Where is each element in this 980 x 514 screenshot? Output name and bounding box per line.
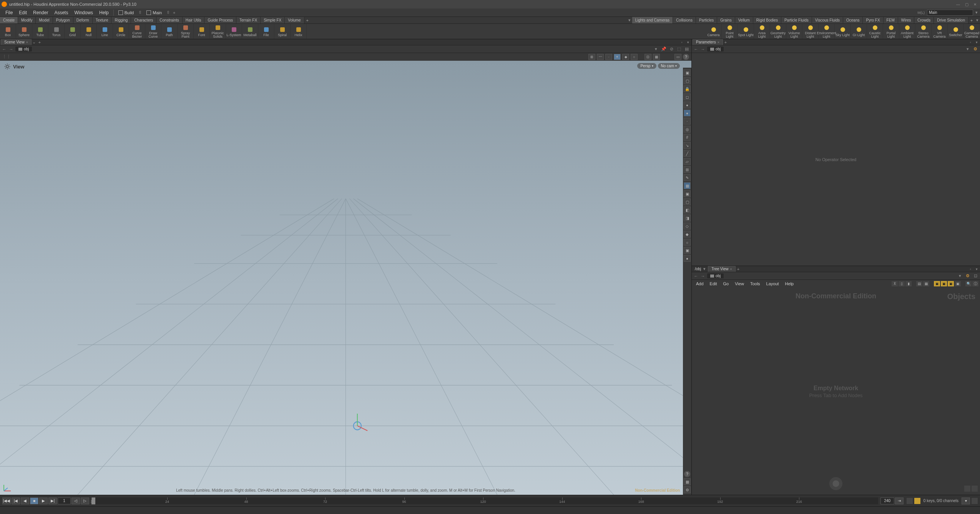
- grip-icon[interactable]: ⋮⋮: [2, 54, 8, 60]
- range-start-button[interactable]: ◁: [71, 497, 80, 504]
- view-layout-button[interactable]: ⊡: [644, 54, 651, 60]
- add-tab-icon[interactable]: +: [37, 40, 42, 45]
- shelf-tool-metaball[interactable]: Metaball: [242, 24, 258, 39]
- shelf-tool-sphere[interactable]: Sphere: [16, 24, 32, 39]
- display-sel-button[interactable]: ▣: [684, 190, 691, 197]
- shelf-tool-grid[interactable]: Grid: [65, 24, 81, 39]
- shelf-tab-simple-fx[interactable]: Simple FX: [261, 17, 285, 23]
- display-ghost-button[interactable]: ◆: [684, 231, 691, 238]
- play-button[interactable]: ▶: [39, 497, 48, 504]
- shelf-tab-model[interactable]: Model: [36, 17, 53, 23]
- path-dropdown-button[interactable]: ▾: [653, 47, 659, 52]
- shelf-tab-rigging[interactable]: Rigging: [111, 17, 131, 23]
- shelf-tab-guide-process[interactable]: Guide Process: [204, 17, 236, 23]
- shelf-tab-particle-fluids[interactable]: Particle Fluids: [781, 17, 812, 23]
- net-find-button[interactable]: 🔍: [965, 281, 972, 286]
- range-lock-button[interactable]: ⇥: [895, 497, 904, 504]
- display-uv-button[interactable]: ⊞: [684, 166, 691, 173]
- close-button[interactable]: ✕: [972, 2, 978, 7]
- display-normal-button[interactable]: ↘: [684, 142, 691, 149]
- shelf-tool-portal-light[interactable]: Portal Light: [883, 24, 899, 39]
- shelf-tab-grains[interactable]: Grains: [717, 17, 735, 23]
- shelf-tool-environment-light[interactable]: Environment Light: [819, 24, 835, 39]
- context-path[interactable]: /obj: [693, 267, 703, 271]
- shelf-tool-vr-camera[interactable]: VR Camera: [932, 24, 948, 39]
- global-anim-button[interactable]: [972, 498, 978, 504]
- viewport[interactable]: View Persp No cam ▣ ▢ 🔒 ◻ ● ● · ◎ # ↘ ╱ …: [0, 61, 691, 495]
- shelf-tab-drive-simulation[interactable]: Drive Simulation: [934, 17, 968, 23]
- display-cplane-button[interactable]: ▢: [684, 77, 691, 84]
- pane-pin-button[interactable]: ▫: [968, 40, 973, 45]
- pane-pin-button[interactable]: ▫: [679, 40, 684, 45]
- shelf-tab-create[interactable]: Create: [0, 17, 18, 23]
- shelf-tab-vellum[interactable]: Vellum: [735, 17, 753, 23]
- add-tab-icon[interactable]: +: [723, 40, 728, 45]
- split-button[interactable]: ▤: [684, 47, 690, 52]
- view-split-button[interactable]: ▦: [653, 54, 660, 60]
- shelf-tab-deform[interactable]: Deform: [73, 17, 93, 23]
- shelf-tool-torus[interactable]: Torus: [48, 24, 65, 39]
- path-dropdown-button[interactable]: ▾: [957, 273, 963, 279]
- gear-icon[interactable]: ⚙: [965, 273, 971, 279]
- end-frame-input[interactable]: [880, 497, 894, 504]
- path-chip[interactable]: obj: [707, 47, 724, 52]
- path-chip[interactable]: obj: [707, 273, 724, 278]
- maximize-button[interactable]: ▢: [963, 2, 970, 7]
- close-tab-icon[interactable]: ×: [26, 40, 28, 44]
- close-tab-icon[interactable]: ×: [718, 40, 719, 44]
- layout-chevron-icon[interactable]: ⇳: [165, 10, 171, 15]
- shelf-tab-fem[interactable]: FEM: [884, 17, 898, 23]
- expand-button[interactable]: ⊡: [972, 273, 978, 279]
- nav-forward-button[interactable]: →: [700, 273, 706, 279]
- shelf-tab-constraints[interactable]: Constraints: [156, 17, 183, 23]
- net-tool-9[interactable]: ▣: [955, 281, 961, 286]
- shelf-tool-file[interactable]: File: [258, 24, 274, 39]
- pane-expand-button[interactable]: ▾: [974, 40, 979, 45]
- range-end-button[interactable]: ▷: [81, 497, 89, 504]
- nav-back-button[interactable]: ←: [2, 47, 7, 52]
- shelf-tab-polygon[interactable]: Polygon: [53, 17, 73, 23]
- snap-opt-button[interactable]: ○: [631, 54, 638, 60]
- shelf-tool-draw-curve[interactable]: Draw Curve: [145, 24, 161, 39]
- parameters-tab[interactable]: Parameters×: [693, 39, 723, 45]
- display-lock-button[interactable]: 🔒: [684, 85, 691, 92]
- pane-expand-button[interactable]: ▾: [685, 40, 691, 45]
- prev-frame-button[interactable]: ◀: [21, 497, 29, 504]
- scene-view-tab[interactable]: Scene View×: [1, 39, 32, 45]
- display-handle-button[interactable]: ✎: [684, 174, 691, 181]
- display-sphere-button[interactable]: ●: [684, 101, 691, 108]
- display-mat-button[interactable]: ●: [684, 255, 691, 262]
- display-shade-button[interactable]: ●: [684, 110, 691, 116]
- next-frame-button[interactable]: ▶|: [48, 497, 57, 504]
- shelf-tool-path[interactable]: Path: [161, 24, 178, 39]
- snap-grid-button[interactable]: ⊞: [588, 54, 595, 60]
- shelf-add-tab-button[interactable]: +: [304, 17, 311, 23]
- net-tool-6[interactable]: ▣: [934, 281, 940, 286]
- pin-button[interactable]: 📌: [661, 47, 667, 52]
- menu-assets[interactable]: Assets: [51, 8, 71, 17]
- menu-help[interactable]: Help: [96, 8, 112, 17]
- link-button[interactable]: ⊘: [668, 47, 674, 52]
- shelf-tool-switcher[interactable]: Switcher: [948, 24, 964, 39]
- shelf-tool-point-light[interactable]: Point Light: [722, 24, 738, 39]
- snap-multi-button[interactable]: ✦: [614, 54, 621, 60]
- expand-button[interactable]: ⬚: [676, 47, 682, 52]
- dropdown-icon[interactable]: ▾: [975, 10, 978, 15]
- shelf-tool-gamepad-camera[interactable]: Gamepad Camera: [964, 24, 980, 39]
- shelf-tool-area-light[interactable]: Area Light: [754, 24, 770, 39]
- display-cam-button[interactable]: ▣: [684, 247, 691, 254]
- shelf-tool-box[interactable]: Box: [0, 24, 16, 39]
- net-tool-7[interactable]: ▣: [941, 281, 947, 286]
- display-bg-button[interactable]: ◧: [684, 206, 691, 213]
- network-menu-edit[interactable]: Edit: [707, 281, 720, 286]
- shelf-tool-gi-light[interactable]: GI Light: [851, 24, 867, 39]
- shelf-tool-line[interactable]: Line: [97, 24, 113, 39]
- display-point-button[interactable]: ·: [684, 118, 691, 125]
- net-opts-button[interactable]: [972, 486, 978, 492]
- tool-dropdown-icon[interactable]: ⌄: [32, 40, 37, 45]
- radial-menu-button[interactable]: [829, 477, 842, 490]
- display-fg-button[interactable]: ◨: [684, 215, 691, 221]
- shelf-tab-oceans[interactable]: Oceans: [843, 17, 863, 23]
- shelf-tool-l-system[interactable]: L-System: [226, 24, 242, 39]
- display-num-button[interactable]: #: [684, 134, 691, 141]
